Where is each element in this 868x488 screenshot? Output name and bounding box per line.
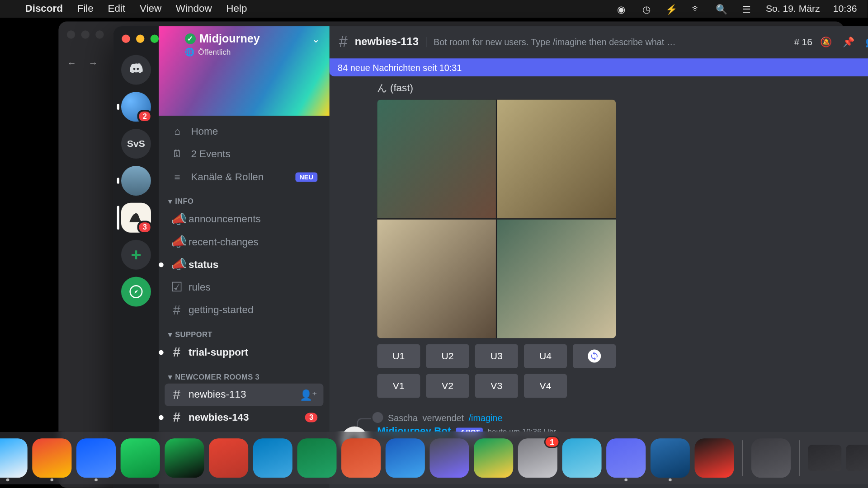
server-item[interactable]: 2 <box>121 92 151 122</box>
menubar-item-edit[interactable]: Edit <box>108 3 126 15</box>
close-window-button[interactable] <box>122 35 130 43</box>
stopwatch-icon[interactable]: ◷ <box>641 3 652 15</box>
server-midjourney[interactable]: 3 <box>121 203 151 233</box>
compass-icon <box>129 285 143 299</box>
menubar-time[interactable]: 10:36 <box>833 4 857 14</box>
u2-button[interactable]: U2 <box>426 344 469 368</box>
message-list[interactable]: ん (fast) U1 U2 U3 U4 <box>330 76 868 488</box>
forward-icon[interactable]: → <box>88 58 98 69</box>
u1-button[interactable]: U1 <box>377 344 420 368</box>
dock-app-quicktime[interactable] <box>651 438 690 478</box>
verified-icon: ✓ <box>185 33 196 44</box>
chevron-down-icon[interactable]: ⌄ <box>312 33 320 45</box>
dock-app-trello[interactable] <box>253 438 292 478</box>
threads-button[interactable]: # 16 <box>796 34 811 50</box>
discord-logo-icon <box>127 61 144 78</box>
channel-announcements[interactable]: 📣announcements <box>165 208 323 231</box>
back-icon[interactable]: ← <box>67 58 76 69</box>
record-icon[interactable]: ◉ <box>615 3 627 15</box>
minimize-window-button[interactable] <box>136 35 144 43</box>
nav-channels-roles[interactable]: ≡ Kanäle & Rollen NEU <box>165 166 323 188</box>
category-newcomer[interactable]: ▾ NEWCOMER ROOMS 3 <box>165 364 323 384</box>
reply-user: Sascha <box>388 413 418 422</box>
dock-app-discord[interactable] <box>606 438 646 478</box>
category-support[interactable]: ▾ SUPPORT <box>165 321 323 341</box>
discord-window: 2 SvS 3 + ✓ Midjourney 🌐 Öffentlich ⌄ <box>113 26 868 488</box>
dock-app-whatsapp[interactable] <box>121 438 160 478</box>
dock-app-min2[interactable] <box>846 445 868 471</box>
menubar-date[interactable]: So. 19. März <box>766 4 820 14</box>
server-item-svs[interactable]: SvS <box>121 129 151 159</box>
wifi-icon[interactable]: ᯤ <box>691 3 703 15</box>
nav-home[interactable]: ⌂ Home <box>165 121 323 143</box>
nav-events[interactable]: 🗓 2 Events <box>165 143 323 166</box>
server-item[interactable] <box>121 166 151 196</box>
dock-app-todoist[interactable] <box>209 438 248 478</box>
dock-badge: 1 <box>544 436 560 448</box>
channel-sidebar: ✓ Midjourney 🌐 Öffentlich ⌄ ⌂ Home 🗓 2 E… <box>159 26 330 488</box>
dock-app-voicememos[interactable] <box>694 438 734 478</box>
v3-button[interactable]: V3 <box>475 374 518 398</box>
channel-trial-support[interactable]: #trial-support <box>165 341 323 364</box>
menubar-item-view[interactable]: View <box>140 3 161 15</box>
channel-newbies-113[interactable]: #newbies-113👤⁺ <box>165 384 323 406</box>
dock-app-settings[interactable]: 1 <box>518 438 557 478</box>
dock-app-screenshot[interactable] <box>751 438 791 478</box>
dock-app-word[interactable] <box>386 438 425 478</box>
image-cell-3[interactable] <box>377 220 496 338</box>
image-cell-2[interactable] <box>497 99 616 218</box>
add-people-icon[interactable]: 👤⁺ <box>300 389 318 401</box>
reply-context[interactable]: Sascha verwendet /imagine <box>341 412 868 423</box>
server-banner[interactable]: ✓ Midjourney 🌐 Öffentlich ⌄ <box>159 26 330 116</box>
menubar-item-file[interactable]: File <box>77 3 94 15</box>
announce-icon: 📣 <box>171 257 183 272</box>
u3-button[interactable]: U3 <box>475 344 518 368</box>
channel-recent-changes[interactable]: 📣recent-changes <box>165 231 323 253</box>
mention-badge: 3 <box>137 221 152 234</box>
add-server-button[interactable]: + <box>121 240 151 270</box>
category-info[interactable]: ▾ INFO <box>165 188 323 208</box>
image-grid[interactable] <box>377 99 616 338</box>
dock-app-excel[interactable] <box>297 438 336 478</box>
dock-app-min1[interactable] <box>808 445 841 471</box>
menubar-item-help[interactable]: Help <box>226 3 247 15</box>
hash-icon: # <box>339 33 348 52</box>
u4-button[interactable]: U4 <box>524 344 567 368</box>
channel-topic[interactable]: Bot room for new users. Type /imagine th… <box>426 37 676 47</box>
image-cell-1[interactable] <box>377 99 496 218</box>
bg-traffic-dot <box>81 30 90 38</box>
v1-button[interactable]: V1 <box>377 374 420 398</box>
battery-icon[interactable]: ⚡ <box>665 3 677 15</box>
server-home[interactable] <box>121 55 151 84</box>
channel-rules[interactable]: ☑rules <box>165 276 323 299</box>
channel-status[interactable]: 📣status <box>165 253 323 276</box>
dock-app-drive[interactable] <box>474 438 513 478</box>
dock-app-chrome[interactable] <box>32 438 71 478</box>
maximize-window-button[interactable] <box>151 35 159 43</box>
control-center-icon[interactable]: ☰ <box>741 3 752 15</box>
dock-app-imovie[interactable] <box>429 438 469 478</box>
v4-button[interactable]: V4 <box>524 374 567 398</box>
members-button[interactable]: 👥 <box>863 34 868 50</box>
dock-app-safari[interactable] <box>0 438 28 478</box>
bg-traffic-dot <box>95 30 104 38</box>
server-rail: 2 SvS 3 + <box>113 26 159 488</box>
pinned-button[interactable]: 📌 <box>841 34 856 50</box>
dock-app-spotify[interactable] <box>165 438 204 478</box>
reroll-button[interactable] <box>573 344 616 368</box>
dock-app-globe[interactable] <box>562 438 601 478</box>
menubar-item-window[interactable]: Window <box>176 3 212 15</box>
image-cell-4[interactable] <box>497 220 616 338</box>
channel-getting-started[interactable]: #getting-started <box>165 299 323 321</box>
v2-button[interactable]: V2 <box>426 374 469 398</box>
reply-verb: verwendet <box>423 413 464 422</box>
new-messages-bar[interactable]: 84 neue Nachrichten seit 10:31 Als geles… <box>330 58 868 76</box>
spotlight-icon[interactable]: 🔍 <box>716 3 727 15</box>
dock-app-powerpoint[interactable] <box>341 438 381 478</box>
dock-app-zoom[interactable] <box>76 438 116 478</box>
unread-dot <box>159 415 164 420</box>
channel-newbies-143[interactable]: #newbies-1433 <box>165 406 323 429</box>
notifications-button[interactable]: 🔕 <box>818 34 834 50</box>
menubar-app-name[interactable]: Discord <box>25 3 63 15</box>
explore-servers-button[interactable] <box>121 277 151 306</box>
